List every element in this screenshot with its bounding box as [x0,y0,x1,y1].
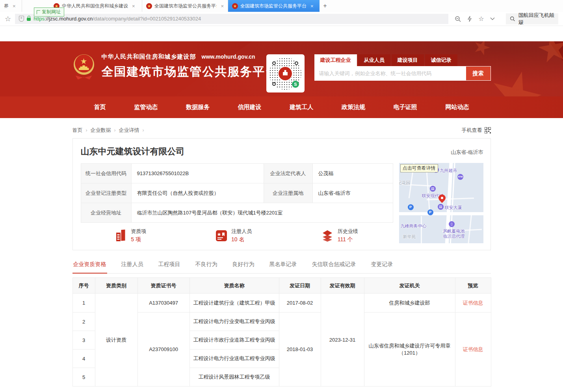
stat-qualifications[interactable]: 资质项 5 项 [115,228,146,243]
breadcrumb-home[interactable]: 首页 [72,127,83,134]
copy-icon [37,10,40,14]
browser-tab-active[interactable]: ★ 全国建筑市场监管公共服务平台 × [228,0,320,12]
tab-close-icon[interactable]: × [13,3,16,9]
page-top-gap [0,26,563,41]
col-index: 序号 [72,278,95,294]
nav-item-data-service[interactable]: 数据服务 [186,104,210,111]
breadcrumb-company-detail[interactable]: 企业详情 [119,127,139,134]
browser-chrome: 界 × ★ 中华人民共和国住房和城乡建设 × ★ 全国建筑市场监管公共服务平台 … [0,0,563,26]
search-tab-enterprise[interactable]: 建设工程企业 [314,54,357,66]
cert-number: A137030497 [137,294,190,312]
favorite-star-icon[interactable]: ☆ [478,15,484,22]
row-index: 4 [72,349,95,368]
keyword-search-input[interactable] [314,66,466,81]
nav-item-policy[interactable]: 政策法规 [342,104,365,111]
company-info-table: 统一社会信用代码 91371302675501022B 企业法定代表人 公茂福 … [81,163,393,223]
zoom-out-icon[interactable] [455,16,461,22]
company-name: 山东中元建筑设计有限公司 [81,146,185,157]
map-label-supermarket: 九州超市 [440,168,457,174]
nav-item-e-license[interactable]: 电子证照 [394,104,417,111]
parking-marker-icon: P [427,209,433,215]
breadcrumb-company-data[interactable]: 企业数据 [91,127,111,134]
reg-type-value: 有限责任公司（自然人投资或控股） [131,183,264,203]
toolbar-icons: ☆ [455,15,495,22]
qr-code-icon [485,127,491,133]
chevron-down-icon[interactable] [490,17,495,20]
map-label-xinhuayuan: 新华苑 [403,234,416,240]
new-tab-button[interactable]: + [320,0,331,12]
search-button[interactable]: 搜索 [466,67,491,80]
col-category: 资质类别 [95,278,137,294]
address-value: 临沂市兰山区陶然路107号星河晶都（联安）现代城1号楼2201室 [131,203,393,223]
field-label: 企业法定代表人 [264,164,312,183]
roster-book-icon [216,230,227,242]
validity-date: 2023-12-31 [321,294,364,386]
atm-marker-icon: ATM [457,174,463,180]
building-marker-icon: ▤ [438,204,444,210]
legal-rep-value: 公茂福 [312,164,393,183]
stat-history-performance[interactable]: 历史业绩 111 个 [321,228,358,243]
map-label-lianan-tower: 联安大厦 [445,205,462,211]
national-emblem-icon [72,54,95,80]
address-bar[interactable]: https://jzsc.mohurd.gov.cn/data/company/… [15,14,448,24]
browser-tab-1[interactable]: 界 × [0,0,22,12]
tab-close-icon[interactable]: × [221,3,224,9]
table-row: 1 设计资质 A137030497 工程设计建筑行业（建筑工程）甲级 2017-… [72,294,491,312]
search-tab-personnel[interactable]: 从业人员 [358,54,390,66]
site-favicon-icon: ★ [232,3,238,9]
main-navigation: 首页 监管动态 数据服务 信用建设 建筑工人 政策法规 电子证照 网站动态 [0,96,563,118]
location-map[interactable]: ▣ 九州超市 ATM 纪花园 ▤ 联安现代城 ▤ 联安大厦 P P 九峰商务中心… [399,163,483,243]
search-icon [510,16,515,22]
issue-date: 2017-08-02 [279,294,321,312]
map-label-battery-2: 临沂总代理 [443,233,465,239]
qual-name: 工程设计电力行业送电工程专业丙级 [190,349,279,368]
company-region: 山东省-临沂市 [451,149,483,156]
map-label-garden: 纪花园 [399,180,411,186]
reg-place-value: 山东省-临沂市 [312,183,393,203]
browser-search-box[interactable]: 国航回应飞机颠簸 [506,13,558,24]
bookmark-star-icon[interactable]: ☆ [5,15,11,23]
breadcrumb: 首页› 企业数据› 企业详情› [72,127,144,134]
col-issue-date: 发证日期 [279,278,321,294]
site-logo[interactable]: 中华人民共和国住房和城乡建设部www.mohurd.gov.cn 全国建筑市场监… [72,53,278,80]
row-index: 2 [72,312,95,331]
row-index: 3 [72,331,95,349]
tab-blacklist[interactable]: 黑名单记录 [269,257,298,273]
nav-item-site-news[interactable]: 网站动态 [445,104,469,111]
ministry-site-url: www.mohurd.gov.cn [202,54,255,60]
qual-name: 工程设计风景园林工程专项乙级 [190,368,279,386]
col-validity: 发证有效期 [321,278,364,294]
tab-bad-behavior[interactable]: 不良行为 [195,257,218,273]
browser-tab-3[interactable]: ★ 全国建筑市场监管公共服务平台 × [142,0,228,12]
tab-close-icon[interactable]: × [132,3,135,9]
tab-dishonesty-records[interactable]: 失信联合惩戒记录 [311,257,357,273]
tab-close-icon[interactable]: × [310,3,314,9]
nav-item-home[interactable]: 首页 [94,104,106,111]
col-cert-no: 资质证书号 [137,278,190,294]
qual-name: 工程设计建筑行业（建筑工程）甲级 [190,294,279,312]
stat-registered-personnel[interactable]: 注册人员 10 名 [216,228,252,243]
tab-good-behavior[interactable]: 良好行为 [232,257,255,273]
cert-info-link[interactable]: 证书信息 [463,346,483,352]
parking-marker-icon: P [408,204,414,210]
search-tab-project[interactable]: 建设项目 [392,54,424,66]
tab-projects[interactable]: 工程项目 [158,257,181,273]
company-card: 山东中元建筑设计有限公司 山东省-临沂市 统一社会信用代码 9137130267… [72,138,491,250]
header-search-panel: 建设工程企业 从业人员 建设项目 诚信记录 搜索 [314,54,491,81]
tab-registered-personnel[interactable]: 注册人员 [121,257,144,273]
ministry-name: 中华人民共和国住房和城乡建设部www.mohurd.gov.cn [102,53,278,61]
map-label-business-center: 九峰商务中心 [401,223,427,229]
cert-info-link[interactable]: 证书信息 [463,300,483,306]
tab-change-records[interactable]: 变更记录 [370,257,394,273]
mobile-view-link[interactable]: 手机查看 [462,127,491,134]
issuing-authority: 住房和城乡建设部 [364,294,455,312]
shield-icon[interactable] [19,16,24,22]
url-text[interactable]: https://jzsc.mohurd.gov.cn/data/company/… [33,16,201,22]
nav-item-credit[interactable]: 信用建设 [238,104,262,111]
search-tab-credit[interactable]: 诚信记录 [425,54,457,66]
nav-item-supervision[interactable]: 监管动态 [134,104,158,111]
nav-item-workers[interactable]: 建筑工人 [290,104,313,111]
flash-icon[interactable] [467,16,472,22]
tab-qualifications[interactable]: 企业资质资格 [72,257,107,274]
col-authority: 发证机关 [364,278,455,294]
